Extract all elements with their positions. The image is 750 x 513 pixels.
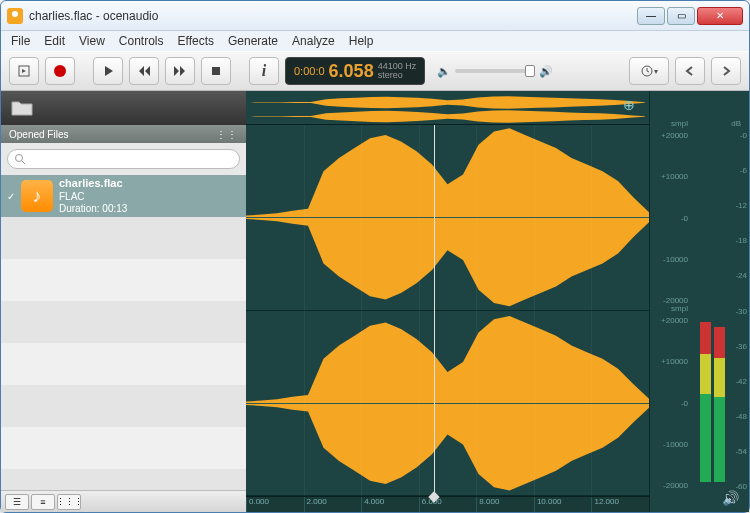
music-file-icon: ♪ [21, 180, 53, 212]
view-detailed-button[interactable]: ☰ [5, 494, 29, 510]
file-name: charlies.flac [59, 177, 127, 190]
menubar: File Edit View Controls Effects Generate… [1, 31, 749, 51]
menu-generate[interactable]: Generate [228, 34, 278, 48]
check-icon: ✓ [7, 191, 15, 202]
volume-slider[interactable] [455, 69, 535, 73]
info-button[interactable]: i [249, 57, 279, 85]
file-duration: Duration: 00:13 [59, 203, 127, 215]
rewind-button[interactable] [129, 57, 159, 85]
amp-tick: -10000 [663, 255, 688, 264]
amp-tick: +10000 [661, 357, 688, 366]
toggle-toolbar-button[interactable] [9, 57, 39, 85]
folder-bar[interactable] [1, 91, 246, 125]
minimize-button[interactable]: — [637, 7, 665, 25]
record-button[interactable] [45, 57, 75, 85]
forward-button[interactable] [165, 57, 195, 85]
view-grid-button[interactable]: ⋮⋮⋮ [57, 494, 81, 510]
db-tick: -12 [735, 201, 747, 210]
waveform-area: ⊕ 0.0002.0004.0006.0008.00010.00012.000 … [246, 91, 749, 512]
amp-tick: +10000 [661, 172, 688, 181]
menu-view[interactable]: View [79, 34, 105, 48]
db-tick: -18 [735, 236, 747, 245]
db-unit-label: dB [731, 119, 741, 128]
waveform-channel-left[interactable] [246, 125, 649, 311]
menu-edit[interactable]: Edit [44, 34, 65, 48]
menu-controls[interactable]: Controls [119, 34, 164, 48]
meter-panel: smpl+20000+10000-0-10000-20000smpl+20000… [649, 91, 749, 512]
amp-tick: -0 [681, 214, 688, 223]
main-waveform[interactable] [246, 125, 649, 496]
playhead[interactable] [434, 125, 435, 496]
zoom-in-icon[interactable]: ⊕ [623, 97, 643, 117]
amp-tick: -10000 [663, 440, 688, 449]
db-tick: -30 [735, 307, 747, 316]
file-item[interactable]: ✓ ♪ charlies.flac FLAC Duration: 00:13 [1, 175, 246, 217]
view-list-button[interactable]: ≡ [31, 494, 55, 510]
close-button[interactable]: ✕ [697, 7, 743, 25]
redo-button[interactable] [711, 57, 741, 85]
window-title: charlies.flac - ocenaudio [29, 9, 637, 23]
level-meter-right [714, 327, 725, 482]
time-display[interactable]: 0:00:06.058 44100 Hzstereo [285, 57, 425, 85]
speaker-icon[interactable]: 🔊 [722, 490, 739, 506]
menu-file[interactable]: File [11, 34, 30, 48]
volume-up-icon[interactable]: 🔊 [539, 65, 553, 78]
amplitude-scale: smpl+20000+10000-0-10000-20000smpl+20000… [650, 91, 690, 512]
timeline-ruler[interactable]: 0.0002.0004.0006.0008.00010.00012.000 [246, 496, 649, 512]
level-meter-left [700, 322, 711, 482]
menu-help[interactable]: Help [349, 34, 374, 48]
view-mode-buttons: ☰ ≡ ⋮⋮⋮ [1, 490, 246, 512]
search-input[interactable] [7, 149, 240, 169]
db-tick: -54 [735, 447, 747, 456]
db-tick: -24 [735, 271, 747, 280]
folder-icon [11, 99, 33, 117]
db-tick: -48 [735, 412, 747, 421]
opened-files-header: Opened Files ⋮⋮ [1, 125, 246, 143]
menu-analyze[interactable]: Analyze [292, 34, 335, 48]
db-tick: -0 [740, 131, 747, 140]
maximize-button[interactable]: ▭ [667, 7, 695, 25]
amp-tick: -0 [681, 399, 688, 408]
play-button[interactable] [93, 57, 123, 85]
stop-button[interactable] [201, 57, 231, 85]
timeline-tick: 10.000 [534, 497, 592, 512]
sidebar: Opened Files ⋮⋮ ✓ ♪ charlies.flac FLAC D… [1, 91, 246, 512]
amp-tick: +20000 [661, 316, 688, 325]
amp-tick: +20000 [661, 131, 688, 140]
timeline-tick: 12.000 [591, 497, 649, 512]
overview-waveform[interactable] [246, 91, 649, 125]
timeline-tick: 6.000 [419, 497, 477, 512]
amp-unit-label: smpl [671, 119, 688, 128]
waveform-channel-right[interactable] [246, 311, 649, 497]
time-prefix: 0:00:0 [294, 65, 325, 77]
file-list[interactable]: ✓ ♪ charlies.flac FLAC Duration: 00:13 [1, 175, 246, 490]
time-seconds: 6.058 [329, 61, 374, 82]
amp-tick: -20000 [663, 481, 688, 490]
history-button[interactable]: ▾ [629, 57, 669, 85]
undo-button[interactable] [675, 57, 705, 85]
svg-rect-1 [212, 67, 220, 75]
amp-unit-label: smpl [671, 304, 688, 313]
volume-down-icon[interactable]: 🔈 [437, 65, 451, 78]
db-tick: -42 [735, 377, 747, 386]
db-scale: -0-6-12-18-24-30-36-42-48-54-60 [731, 131, 747, 482]
opened-files-label: Opened Files [9, 129, 68, 140]
toolbar: i 0:00:06.058 44100 Hzstereo 🔈 🔊 ▾ [1, 51, 749, 91]
grip-icon[interactable]: ⋮⋮ [216, 129, 238, 140]
timeline-tick: 0.000 [246, 497, 304, 512]
file-format: FLAC [59, 191, 127, 203]
timeline-tick: 4.000 [361, 497, 419, 512]
titlebar[interactable]: charlies.flac - ocenaudio — ▭ ✕ [1, 1, 749, 31]
menu-effects[interactable]: Effects [178, 34, 214, 48]
timeline-tick: 2.000 [304, 497, 362, 512]
timeline-tick: 8.000 [476, 497, 534, 512]
db-tick: -6 [740, 166, 747, 175]
db-tick: -36 [735, 342, 747, 351]
channels-label: stereo [378, 71, 417, 80]
app-icon [7, 8, 23, 24]
